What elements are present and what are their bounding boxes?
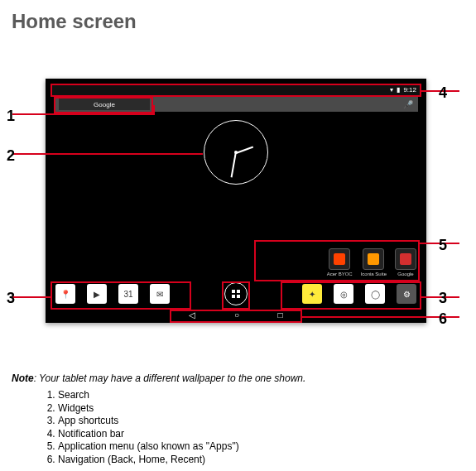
- dock: 📍 ▶ 31 ✉ ✦ ◎ ◯ ⚙: [54, 281, 418, 306]
- legend-item-6: Navigation (Back, Home, Recent): [58, 454, 464, 467]
- apps-button[interactable]: [224, 282, 248, 305]
- legend-item-3: App shortcuts: [58, 415, 464, 428]
- folder-google[interactable]: Google: [395, 248, 416, 276]
- callout-num-4: 4: [439, 84, 447, 102]
- chrome-icon[interactable]: ◯: [365, 284, 385, 304]
- folder-row: Acer BYOC Iconia Suite Google: [327, 248, 416, 276]
- callout-num-1: 1: [7, 108, 15, 125]
- callout-num-3r: 3: [439, 290, 447, 307]
- clock-time: 9:12: [403, 87, 416, 94]
- legend-item-2: Widgets: [58, 402, 464, 416]
- settings-icon[interactable]: ⚙: [397, 284, 416, 304]
- game-icon[interactable]: ✦: [302, 284, 322, 304]
- clock-widget[interactable]: [204, 120, 268, 185]
- legend-item-1: Search: [58, 389, 464, 402]
- play-store-icon[interactable]: ▶: [87, 284, 107, 304]
- callout-num-2: 2: [7, 147, 15, 165]
- mic-icon[interactable]: 🎤: [403, 100, 413, 109]
- wifi-icon: ▾: [390, 87, 393, 94]
- battery-icon: ▮: [397, 87, 400, 94]
- search-bar[interactable]: Google 🎤: [54, 97, 418, 112]
- nav-recent-icon[interactable]: □: [278, 310, 283, 320]
- note-text: : Your tablet may have a different wallp…: [34, 372, 306, 384]
- nav-back-icon[interactable]: ◁: [189, 310, 195, 320]
- legend-item-5: Application menu (also known as "Apps"): [58, 440, 464, 454]
- maps-icon[interactable]: 📍: [55, 284, 75, 304]
- callout-num-3l: 3: [7, 290, 15, 307]
- calendar-icon[interactable]: 31: [118, 284, 138, 304]
- callout-num-6: 6: [439, 310, 447, 328]
- callout-num-5: 5: [439, 237, 447, 254]
- folder-acer-byoc[interactable]: Acer BYOC: [327, 248, 353, 276]
- folder-iconia-suite[interactable]: Iconia Suite: [361, 248, 387, 276]
- page-title: Home screen: [0, 0, 476, 33]
- gmail-icon[interactable]: ✉: [150, 284, 170, 304]
- tablet-screenshot: ▾ ▮ 9:12 Google 🎤 Acer BYOC Iconia Suite…: [46, 79, 426, 323]
- note-block: Note: Your tablet may have a different w…: [12, 372, 464, 467]
- note-bold: Note: [12, 372, 34, 384]
- status-bar: ▾ ▮ 9:12: [52, 85, 420, 95]
- nav-home-icon[interactable]: ○: [234, 310, 239, 320]
- legend-list: Search Widgets App shortcuts Notificatio…: [12, 389, 464, 467]
- google-search-box[interactable]: Google: [59, 99, 150, 110]
- legend-item-4: Notification bar: [58, 428, 464, 441]
- camera-icon[interactable]: ◎: [334, 284, 353, 304]
- navigation-bar: ◁ ○ □: [170, 309, 302, 320]
